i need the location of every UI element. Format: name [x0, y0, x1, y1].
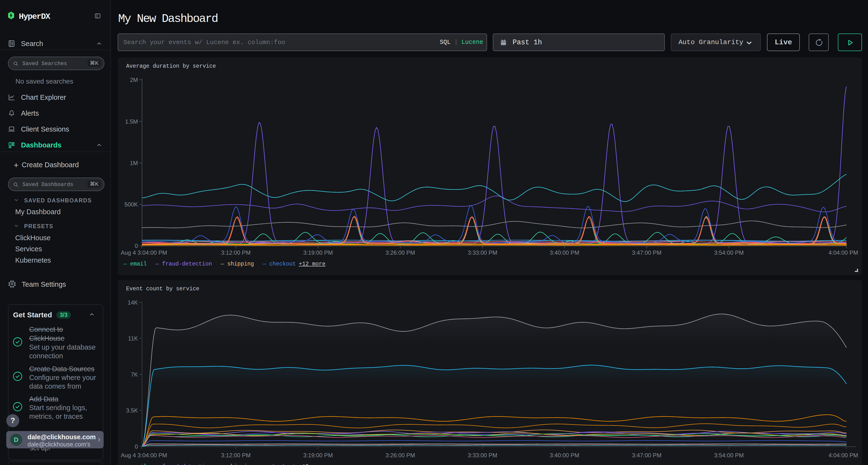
- svg-text:4:04:00 PM: 4:04:00 PM: [829, 452, 858, 459]
- svg-text:3.5K: 3.5K: [126, 407, 138, 414]
- svg-text:11K: 11K: [128, 335, 138, 342]
- svg-text:7K: 7K: [131, 371, 138, 378]
- svg-text:14K: 14K: [128, 299, 138, 306]
- svg-text:Aug 4 3:04:00 PM: Aug 4 3:04:00 PM: [121, 452, 167, 459]
- svg-text:3:19:00 PM: 3:19:00 PM: [303, 452, 333, 459]
- svg-text:3:40:00 PM: 3:40:00 PM: [550, 452, 579, 459]
- svg-text:3:26:00 PM: 3:26:00 PM: [385, 452, 415, 459]
- svg-text:3:54:00 PM: 3:54:00 PM: [714, 452, 744, 459]
- svg-text:3:47:00 PM: 3:47:00 PM: [632, 452, 661, 459]
- svg-text:3:33:00 PM: 3:33:00 PM: [468, 452, 497, 459]
- svg-text:0: 0: [135, 443, 138, 450]
- svg-text:3:12:00 PM: 3:12:00 PM: [221, 452, 251, 459]
